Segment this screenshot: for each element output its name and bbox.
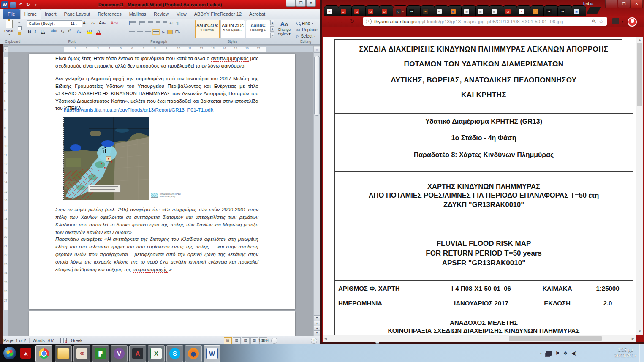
browser-tab[interactable]: ▦ xyxy=(475,5,490,17)
format-painter-icon[interactable] xyxy=(18,32,21,35)
justify-button[interactable] xyxy=(153,30,159,34)
embedded-map-image[interactable] xyxy=(64,117,149,200)
scroll-down-icon[interactable]: ▼ xyxy=(638,329,641,333)
address-bar[interactable]: i thyamis.itia.ntua.gr/egyFloods/gr13/gr… xyxy=(363,17,607,26)
copy-icon[interactable] xyxy=(18,26,22,30)
style-1[interactable]: AaBbCcDc¶ Normal xyxy=(195,20,220,38)
new-tab-button[interactable] xyxy=(587,7,601,14)
clock[interactable]: 1:05 μμ 26/11/2017 xyxy=(614,347,636,358)
shrink-font-button[interactable]: A▼ xyxy=(91,21,96,25)
browser-tab[interactable]: ▢ xyxy=(338,5,353,17)
forward-button[interactable]: → xyxy=(338,18,343,24)
vertical-ruler[interactable]: 1234567891011121314151617181920212223242… xyxy=(3,52,8,336)
highlight-color-button[interactable]: ab xyxy=(87,29,92,34)
horizontal-ruler[interactable]: 1234567891011121314151617 xyxy=(8,46,313,52)
document-hyperlink[interactable]: http://thyamis.itia.ntua.gr/egyFloods/gr… xyxy=(64,106,213,113)
show-hidden-icons[interactable]: ▴ xyxy=(540,351,542,355)
browser-tab[interactable]: ▢ xyxy=(351,5,367,17)
browser-tab[interactable]: IN xyxy=(543,5,559,17)
browser-tab[interactable]: ◉ xyxy=(448,5,463,17)
extension-icon[interactable] xyxy=(612,18,619,24)
browser-tab[interactable]: M xyxy=(324,5,339,17)
browser-tab[interactable]: W xyxy=(434,5,449,17)
browser-tab[interactable]: A xyxy=(516,5,531,17)
close-button[interactable]: ✕ xyxy=(630,0,643,8)
ruler-toggle-button[interactable]: ⌗ xyxy=(314,47,320,53)
ribbon-tab-review[interactable]: Review xyxy=(150,9,173,19)
web-layout-view-button[interactable]: ▧ xyxy=(242,337,250,344)
taskbar-acrobat-icon[interactable]: ⟑ xyxy=(18,345,34,361)
scroll-thumb[interactable] xyxy=(314,56,320,116)
show-desktop-button[interactable] xyxy=(639,344,644,362)
ribbon-tab-abbyy-finereader-12[interactable]: ABBYY FineReader 12 xyxy=(190,9,245,19)
subscript-button[interactable]: x₂ xyxy=(61,29,64,33)
next-page-button[interactable]: ▼ xyxy=(314,330,320,335)
sort-button[interactable]: A↓ xyxy=(169,21,174,26)
taskbar-viber-icon[interactable]: V xyxy=(111,345,128,362)
browser-tab[interactable]: IN xyxy=(406,5,421,17)
maximize-button[interactable]: ❐ xyxy=(296,0,306,7)
scroll-down-icon[interactable]: ▼ xyxy=(314,315,320,321)
borders-button[interactable]: ⊞▾ xyxy=(175,30,180,34)
paragraph-4[interactable]: Παρακάτω αναφέρει: «Η ανεπάρκεια της δια… xyxy=(55,235,258,273)
volume-icon[interactable]: ◀) xyxy=(571,351,576,356)
tab-close-icon[interactable]: × xyxy=(402,9,404,13)
line-spacing-button[interactable]: ↕▾ xyxy=(161,30,165,34)
ribbon-tab-mailings[interactable]: Mailings xyxy=(125,9,150,19)
save-button[interactable] xyxy=(10,2,16,8)
ribbon-tab-file[interactable]: File xyxy=(3,9,20,19)
extensions-chevron-icon[interactable]: ▾ xyxy=(622,20,623,24)
vertical-scrollbar[interactable]: ▲ ▼ xyxy=(636,37,643,335)
ribbon-tab-acrobat[interactable]: Acrobat xyxy=(245,9,269,19)
language-indicator[interactable]: Greek xyxy=(71,338,82,343)
reload-button[interactable]: ↻ xyxy=(350,18,354,24)
taskbar-skype-icon[interactable]: S xyxy=(166,345,183,362)
network-icon[interactable] xyxy=(546,351,552,356)
browser-tab[interactable]: ▢ xyxy=(379,5,394,17)
bold-button[interactable]: B xyxy=(28,29,31,34)
qat-customize-chevron-icon[interactable]: ▾ xyxy=(33,2,39,8)
horizontal-scrollbar[interactable]: ◀ ▶ xyxy=(323,335,636,342)
word-titlebar[interactable]: W ↶ ↻ ▾ Document1 - Microsoft Word (Prod… xyxy=(0,0,320,9)
font-color-button[interactable]: A xyxy=(96,29,101,35)
style-2[interactable]: AaBbCcDc¶ No Spaci... xyxy=(220,20,245,38)
outline-view-button[interactable]: ▨ xyxy=(250,337,258,344)
text-effects-button[interactable]: A▾ xyxy=(77,29,81,34)
ribbon-tab-home[interactable]: Home xyxy=(20,9,41,19)
profile-name[interactable]: babis xyxy=(583,1,593,6)
styles-scroll-up-icon[interactable]: ▴ xyxy=(270,20,274,25)
browser-tab[interactable]: ▰ xyxy=(420,5,435,17)
browser-tab[interactable]: ▦ xyxy=(489,5,504,17)
dropbox-icon[interactable]: ❖ xyxy=(563,351,568,356)
scroll-up-icon[interactable]: ▲ xyxy=(638,38,641,42)
zoom-page-icon[interactable]: 🔍︎ xyxy=(592,19,596,24)
scroll-thumb[interactable] xyxy=(637,43,642,106)
browser-tab[interactable]: ▦ xyxy=(461,5,476,17)
align-right-button[interactable] xyxy=(145,30,151,34)
multilevel-list-button[interactable] xyxy=(148,21,153,25)
select-button[interactable]: ▷Select▾ xyxy=(296,33,318,39)
maximize-button[interactable]: ❐ xyxy=(618,0,630,8)
browser-tab[interactable]: ▢ xyxy=(503,5,518,17)
find-button[interactable]: Find▾ xyxy=(296,20,318,27)
document-page-2[interactable] xyxy=(29,311,295,336)
superscript-button[interactable]: x² xyxy=(68,29,71,33)
adblock-icon[interactable] xyxy=(628,17,637,27)
browser-tab[interactable]: ▣ xyxy=(571,5,586,17)
back-button[interactable]: ← xyxy=(327,18,332,24)
align-left-button[interactable] xyxy=(129,30,135,34)
strikethrough-button[interactable]: abc xyxy=(51,29,57,33)
minimize-button[interactable]: ─ xyxy=(286,0,296,7)
increase-indent-button[interactable] xyxy=(163,21,167,25)
print-layout-view-button[interactable]: ▤ xyxy=(224,337,232,344)
word-count[interactable]: Words: 707 xyxy=(33,338,54,343)
action-center-flag-icon[interactable]: ⚑ xyxy=(555,351,560,356)
spellcheck-icon[interactable]: ✗ xyxy=(60,338,67,343)
styles-scroll-down-icon[interactable]: ▾ xyxy=(270,26,274,32)
zoom-out-button[interactable]: − xyxy=(271,338,277,344)
grow-font-button[interactable]: A▲ xyxy=(83,20,88,25)
paragraph-3[interactable]: Στην εν λόγω μελέτη (σελ. 245) αναφέρει … xyxy=(55,206,258,236)
scroll-left-icon[interactable]: ◀ xyxy=(324,337,327,340)
fullscreen-reading-view-button[interactable]: ▥ xyxy=(233,337,241,344)
word-app-icon[interactable]: W xyxy=(1,1,8,8)
